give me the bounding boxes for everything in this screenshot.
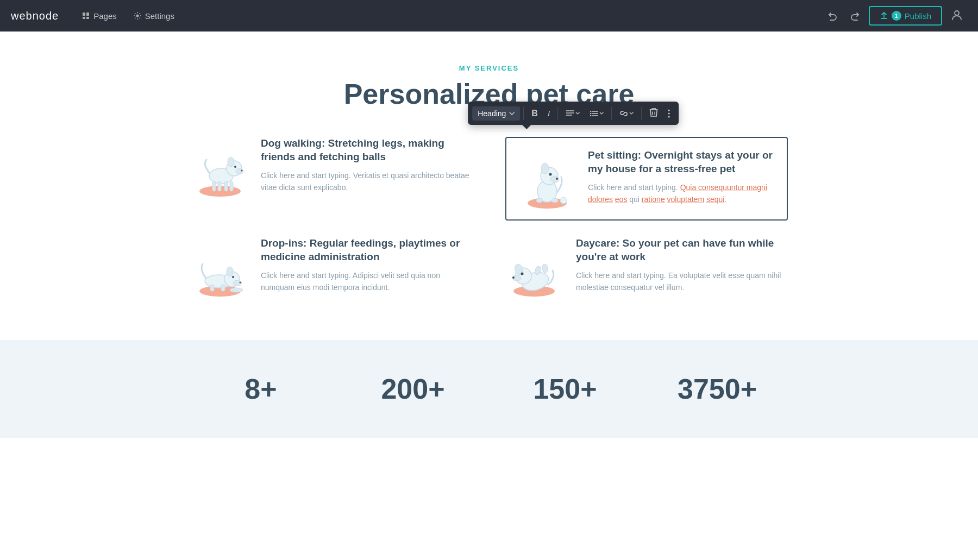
settings-icon: [133, 11, 142, 20]
heading-select[interactable]: Heading: [472, 106, 520, 121]
stat-item-0: 8+: [190, 373, 331, 405]
svg-rect-1: [86, 12, 89, 16]
svg-point-32: [560, 197, 567, 204]
stats-grid: 8+ 200+ 150+ 3750+: [190, 373, 788, 405]
stat-value-3: 3750+: [647, 373, 788, 405]
service-item-daycare[interactable]: Daycare: So your pet can have fun while …: [505, 237, 788, 297]
list-chevron-icon: [599, 112, 604, 115]
stat-item-2: 150+: [494, 373, 636, 405]
link-dolores[interactable]: dolores: [588, 195, 613, 204]
settings-label: Settings: [145, 11, 174, 21]
link-sequi[interactable]: sequi: [706, 195, 724, 204]
svg-point-28: [549, 173, 552, 176]
service-desc-daycare: Click here and start typing. Ea voluptat…: [576, 269, 788, 294]
service-text-pet-sitting: Pet sitting: Overnight stays at your or …: [588, 149, 776, 205]
more-button[interactable]: [663, 106, 674, 121]
service-title-dog-walking: Dog walking: Stretching legs, making fri…: [261, 137, 473, 163]
pet-sitting-illustration: [520, 149, 574, 209]
service-icon-pet-sitting: [517, 149, 577, 209]
align-chevron-icon: [575, 112, 580, 115]
text-toolbar: Heading B I: [468, 102, 679, 125]
link-ratione[interactable]: ratione: [642, 195, 665, 204]
service-icon-drop-ins: [190, 237, 250, 297]
daycare-illustration: [508, 237, 562, 297]
svg-rect-20: [218, 181, 221, 191]
stat-value-0: 8+: [190, 373, 331, 405]
svg-rect-2: [83, 17, 85, 19]
service-title-pet-sitting: Pet sitting: Overnight stays at your or …: [588, 149, 776, 175]
user-button[interactable]: [946, 5, 967, 27]
svg-point-31: [551, 198, 558, 203]
service-title-daycare: Daycare: So your pet can have fun while …: [576, 237, 788, 263]
redo-button[interactable]: [846, 8, 864, 24]
link-button[interactable]: [615, 106, 638, 121]
link-voluptatem[interactable]: voluptatem: [667, 195, 704, 204]
service-item-dog-walking[interactable]: Dog walking: Stretching legs, making fri…: [190, 137, 473, 221]
more-icon: [668, 109, 670, 118]
align-button[interactable]: [561, 107, 584, 120]
heading-label: Heading: [478, 109, 506, 118]
svg-point-38: [232, 276, 234, 278]
italic-button[interactable]: I: [543, 106, 554, 121]
svg-point-10: [668, 112, 670, 114]
undo-icon: [827, 11, 837, 21]
logo: webnode: [11, 10, 59, 22]
svg-point-51: [542, 263, 549, 273]
svg-point-5: [955, 11, 959, 15]
svg-point-8: [590, 115, 591, 116]
pages-label: Pages: [93, 11, 117, 21]
service-item-drop-ins[interactable]: Drop-ins: Regular feedings, playtimes or…: [190, 237, 473, 297]
stat-value-2: 150+: [494, 373, 636, 405]
topnav: webnode Pages Settings: [0, 0, 978, 32]
service-desc-dog-walking: Click here and start typing. Veritatis e…: [261, 169, 473, 194]
svg-point-49: [512, 276, 515, 279]
svg-point-17: [234, 166, 236, 168]
section-label: MY SERVICES: [11, 64, 967, 72]
svg-rect-21: [224, 181, 228, 191]
link-eos[interactable]: eos: [615, 195, 628, 204]
delete-button[interactable]: [645, 105, 662, 122]
bold-button[interactable]: B: [527, 106, 542, 121]
undo-button[interactable]: [823, 8, 842, 24]
service-text-daycare: Daycare: So your pet can have fun while …: [576, 237, 788, 293]
svg-point-48: [521, 273, 524, 275]
link-quia[interactable]: Quia consequuntur magni: [680, 183, 767, 192]
nav-pages[interactable]: Pages: [75, 8, 123, 24]
service-icon-dog-walking: [190, 137, 250, 197]
align-icon: [566, 110, 574, 117]
toolbar-divider-3: [611, 107, 612, 120]
service-desc-drop-ins: Click here and start typing. Adipisci ve…: [261, 269, 473, 294]
service-icon-daycare: [505, 237, 565, 297]
publish-badge: 1: [892, 11, 901, 21]
list-button[interactable]: [585, 107, 608, 120]
service-item-pet-sitting[interactable]: Pet sitting: Overnight stays at your or …: [505, 137, 788, 221]
svg-rect-0: [83, 12, 85, 16]
toolbar-divider-1: [523, 107, 524, 120]
service-text-dog-walking: Dog walking: Stretching legs, making fri…: [261, 137, 473, 193]
pages-icon: [82, 11, 90, 20]
nav-settings[interactable]: Settings: [127, 8, 181, 24]
svg-rect-22: [230, 181, 233, 191]
link-icon: [619, 109, 628, 118]
services-area: Heading B I: [190, 137, 788, 297]
redo-icon: [850, 11, 860, 21]
service-text-drop-ins: Drop-ins: Regular feedings, playtimes or…: [261, 237, 473, 293]
publish-icon: [880, 11, 888, 20]
svg-point-40: [230, 288, 243, 292]
svg-point-30: [536, 198, 543, 203]
nav-items: Pages Settings: [75, 8, 823, 24]
chevron-down-icon: [509, 112, 515, 115]
stat-item-3: 3750+: [647, 373, 788, 405]
stat-item-1: 200+: [342, 373, 484, 405]
svg-rect-41: [210, 285, 214, 291]
main-content: MY SERVICES Personalized pet care Headin…: [0, 32, 978, 318]
toolbar-divider-2: [557, 107, 558, 120]
toolbar-divider-4: [641, 107, 642, 120]
toolbar-wrapper: Heading B I: [468, 102, 679, 125]
svg-point-29: [556, 178, 558, 180]
publish-button[interactable]: 1 Publish: [869, 6, 942, 26]
user-icon: [951, 9, 963, 21]
publish-label: Publish: [905, 11, 931, 21]
svg-point-9: [668, 109, 670, 111]
service-title-drop-ins: Drop-ins: Regular feedings, playtimes or…: [261, 237, 473, 263]
